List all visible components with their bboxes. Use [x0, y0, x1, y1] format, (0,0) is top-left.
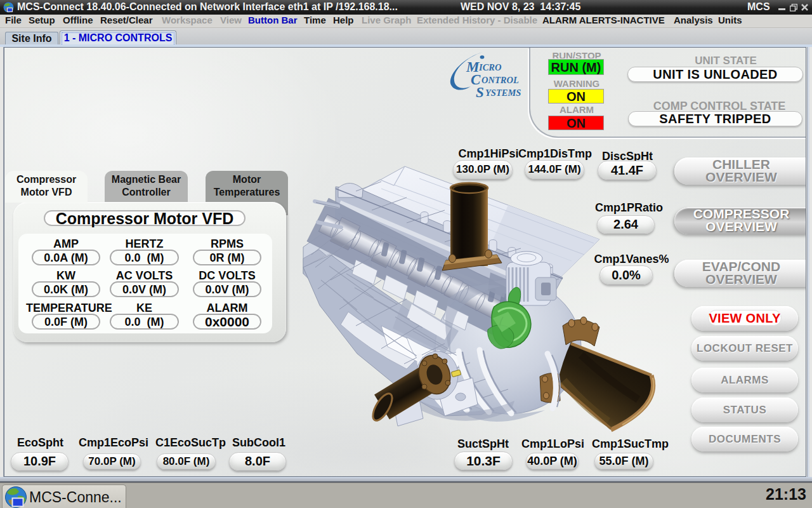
svg-text:YSTEMS: YSTEMS	[485, 88, 521, 98]
svg-text:S: S	[476, 84, 484, 100]
svg-text:ONTROL: ONTROL	[481, 75, 519, 85]
svg-text:ICRO: ICRO	[478, 62, 502, 72]
